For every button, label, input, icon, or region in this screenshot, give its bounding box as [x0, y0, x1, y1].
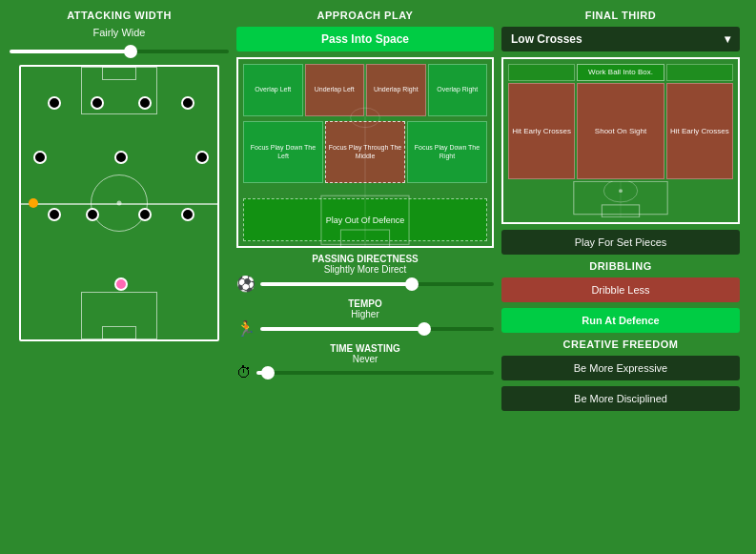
be-more-expressive-button[interactable]: Be More Expressive — [501, 356, 740, 380]
player-dot — [86, 208, 99, 221]
time-wasting-section: TIME WASTING Never ⏱ — [236, 343, 494, 381]
focus-right-cell[interactable]: Focus Play Down The Right — [407, 121, 487, 183]
run-at-defence-button[interactable]: Run At Defence — [501, 308, 740, 333]
orange-marker — [29, 198, 38, 208]
goalkeeper-dot — [114, 277, 128, 291]
slider-track — [256, 371, 494, 375]
formation-pitch — [19, 65, 219, 341]
hit-early-crosses-right[interactable]: Hit Early Crosses — [666, 83, 733, 179]
player-dot — [138, 208, 152, 221]
passing-directness-title: PASSING DIRECTNESS — [236, 254, 494, 264]
player-dot — [195, 151, 209, 164]
slider-fill — [260, 327, 424, 331]
overlap-right-cell[interactable]: Overlap Right — [428, 64, 488, 116]
attacking-width-title: ATTACKING WIDTH — [10, 10, 229, 21]
slider-fill — [10, 50, 131, 53]
play-for-set-pieces-button[interactable]: Play For Set Pieces — [501, 230, 740, 255]
time-icon: ⏱ — [236, 364, 252, 381]
chevron-down-icon: ▾ — [725, 32, 730, 46]
player-dot — [138, 96, 152, 110]
player-dot — [114, 151, 128, 164]
svg-point-8 — [619, 189, 623, 193]
dribbling-title: DRIBBLING — [501, 260, 740, 272]
attacking-width-value: Fairly Wide — [10, 27, 229, 38]
svg-rect-5 — [602, 205, 639, 217]
player-dot — [91, 96, 104, 110]
svg-rect-4 — [574, 181, 667, 214]
tempo-icon: 🏃 — [236, 319, 255, 338]
dribble-less-button[interactable]: Dribble Less — [501, 277, 740, 302]
pitch-center-dot — [117, 201, 122, 206]
approach-play-title: APPROACH PLAY — [236, 10, 494, 21]
approach-pitch: Overlap Left Underlap Left Underlap Righ… — [236, 57, 494, 248]
be-more-disciplined-button[interactable]: Be More Disciplined — [501, 386, 740, 411]
left-panel: ATTACKING WIDTH Fairly Wide — [10, 10, 229, 544]
approach-play-button[interactable]: Pass Into Space — [236, 27, 494, 51]
dropdown-label: Low Crosses — [511, 32, 582, 46]
slider-fill — [260, 282, 412, 286]
tempo-slider-row: 🏃 — [236, 319, 494, 338]
work-ball-into-box-cell[interactable]: Work Ball Into Box. — [577, 64, 664, 81]
passing-directness-section: PASSING DIRECTNESS Slightly More Direct … — [236, 254, 494, 293]
player-dot — [48, 208, 61, 221]
hit-early-crosses-left[interactable]: Hit Early Crosses — [508, 83, 575, 179]
tempo-value: Higher — [236, 309, 494, 319]
slider-track — [10, 50, 229, 53]
passing-directness-value: Slightly More Direct — [236, 264, 494, 275]
player-dot — [181, 96, 194, 110]
slider-track — [260, 327, 494, 331]
shoot-on-sight-cell[interactable]: Shoot On Sight — [577, 83, 664, 179]
focus-left-cell[interactable]: Focus Play Down The Left — [243, 121, 323, 183]
center-panel: APPROACH PLAY Pass Into Space Overlap Le… — [236, 10, 494, 544]
hit-early-crosses-left-top[interactable] — [508, 64, 575, 81]
underlap-left-cell[interactable]: Underlap Left — [305, 64, 365, 116]
time-wasting-title: TIME WASTING — [236, 343, 494, 354]
player-dot — [181, 208, 194, 221]
passing-icon: ⚽ — [236, 275, 255, 293]
slider-thumb[interactable] — [418, 322, 431, 336]
passing-slider-row: ⚽ — [236, 275, 494, 293]
tempo-slider[interactable] — [260, 321, 494, 337]
pitch-goal-bottom — [102, 326, 136, 339]
time-wasting-slider-row: ⏱ — [236, 364, 494, 381]
hit-early-crosses-right-top[interactable] — [666, 64, 733, 81]
attacking-width-slider[interactable] — [10, 44, 229, 59]
passing-slider[interactable] — [260, 277, 494, 292]
focus-middle-cell[interactable]: Focus Play Through The Middle — [325, 121, 405, 183]
underlap-right-cell[interactable]: Underlap Right — [366, 64, 426, 116]
attacking-width-slider-row — [10, 44, 229, 59]
main-container: ATTACKING WIDTH Fairly Wide — [0, 0, 756, 554]
final-third-title: FINAL THIRD — [501, 10, 740, 21]
slider-thumb[interactable] — [261, 366, 275, 380]
tempo-title: TEMPO — [236, 298, 494, 309]
play-out-defence-label: Play Out Of Defence — [326, 215, 405, 225]
play-out-defence-cell[interactable]: Play Out Of Defence — [243, 198, 487, 241]
time-wasting-slider[interactable] — [256, 365, 494, 380]
tempo-section: TEMPO Higher 🏃 — [236, 298, 494, 338]
slider-track — [260, 282, 494, 286]
final-third-dropdown[interactable]: Low Crosses ▾ — [501, 27, 740, 51]
creative-freedom-title: CREATIVE FREEDOM — [501, 339, 740, 350]
slider-thumb[interactable] — [124, 45, 137, 58]
player-dot — [33, 151, 47, 164]
time-wasting-value: Never — [236, 354, 494, 364]
overlap-left-cell[interactable]: Overlap Left — [243, 64, 303, 116]
svg-point-7 — [603, 181, 637, 202]
pitch-goal-top — [102, 67, 136, 80]
final-third-pitch: Work Ball Into Box. Hit Early Crosses Sh… — [501, 57, 740, 224]
slider-thumb[interactable] — [405, 277, 419, 291]
player-dot — [48, 96, 61, 110]
right-panel: FINAL THIRD Low Crosses ▾ Work Ball Into… — [501, 10, 740, 544]
